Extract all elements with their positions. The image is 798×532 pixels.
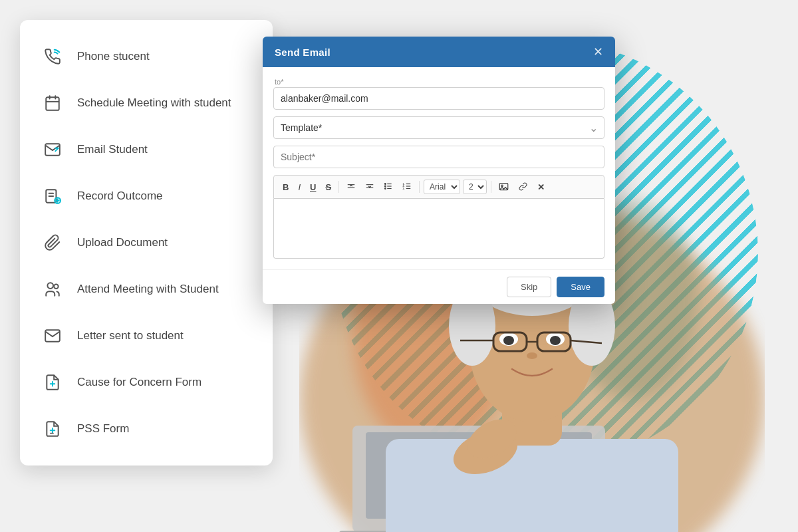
svg-rect-26 [46,97,59,110]
toolbar-divider-2 [419,181,420,193]
email-body-editor[interactable] [273,199,604,259]
font-size-select[interactable]: 2 [463,180,487,194]
editor-toolbar: B I U S 1.2.3. Arial [273,175,604,199]
sidebar-item-letter-sent[interactable]: Letter sent to student [20,313,273,359]
sidebar-item-schedule-meeting[interactable]: Schedule Meeting with student [20,80,273,126]
svg-point-52 [385,188,386,190]
modal-close-button[interactable]: ✕ [593,46,603,58]
sidebar-item-concern-form[interactable]: Cause for Concern Form [20,359,273,406]
subject-field-group [273,146,604,168]
svg-text:3.: 3. [403,188,405,190]
group-icon [39,275,66,303]
doc-plus2-icon [39,415,66,443]
sidebar-label-concern-form: Cause for Concern Form [77,376,201,389]
modal-footer: Skip Save [263,269,615,304]
svg-point-17 [550,336,561,345]
bold-button[interactable]: B [279,181,292,194]
record-icon [39,182,66,210]
sidebar-item-phone-student[interactable]: Phone stucent [20,33,273,80]
email-forward-icon [39,136,66,164]
modal-body: to* Template* B I U S [263,67,615,269]
doc-plus-icon [39,368,66,396]
paperclip-icon [39,229,66,257]
sidebar-card: Phone stucent Schedule Meeting with stud… [20,20,273,466]
sidebar-item-email-student[interactable]: Email Student [20,126,273,173]
modal-header: Send Email ✕ [263,37,615,67]
font-family-select[interactable]: Arial [424,180,460,194]
sidebar-label-phone-student: Phone stucent [77,50,150,63]
svg-point-60 [501,185,503,187]
calendar-icon [39,89,66,117]
to-input[interactable] [273,87,604,110]
skip-button[interactable]: Skip [507,277,551,297]
to-label: to* [273,78,604,86]
sidebar-label-record-outcome: Record Outcome [77,190,163,203]
toolbar-divider-1 [338,181,339,193]
modal-title: Send Email [275,47,331,58]
save-button[interactable]: Save [557,277,604,297]
svg-point-36 [47,283,53,289]
sidebar-item-upload-document[interactable]: Upload Document [20,219,273,266]
sidebar-label-letter-sent: Letter sent to student [77,329,184,342]
svg-point-51 [385,186,386,187]
svg-point-16 [503,336,514,345]
template-field-group: Template* [273,116,604,139]
phone-icon [39,43,66,70]
sidebar-label-attend-meeting: Attend Meeting with Student [77,283,219,296]
sidebar-label-schedule-meeting: Schedule Meeting with student [77,96,231,110]
bullet-list-button[interactable] [380,180,396,194]
send-email-modal: Send Email ✕ to* Template* B [263,37,615,304]
envelope-icon [39,322,66,350]
sidebar-item-record-outcome[interactable]: Record Outcome [20,173,273,219]
strikethrough-button[interactable]: S [322,181,334,194]
sidebar-item-pss-form[interactable]: PSS Form [20,406,273,452]
subject-input[interactable] [273,146,604,168]
to-field-group: to* [273,78,604,110]
sidebar-label-pss-form: PSS Form [77,422,129,436]
insert-image-button[interactable] [495,180,512,194]
template-select-wrapper: Template* [273,116,604,139]
sidebar-label-upload-document: Upload Document [77,236,168,249]
svg-point-37 [54,284,59,289]
insert-link-button[interactable] [515,180,531,194]
toolbar-divider-3 [491,181,491,193]
italic-button[interactable]: I [295,181,304,194]
svg-rect-7 [386,439,678,532]
outdent-button[interactable] [362,180,378,194]
sidebar-label-email-student: Email Student [77,143,148,156]
template-select[interactable]: Template* [273,116,604,139]
remove-format-button[interactable]: ✕ [534,181,548,194]
svg-point-23 [527,352,537,359]
sidebar-item-attend-meeting[interactable]: Attend Meeting with Student [20,266,273,313]
svg-point-50 [385,184,386,185]
underline-button[interactable]: U [307,181,319,194]
indent-button[interactable] [343,180,359,194]
ordered-list-button[interactable]: 1.2.3. [399,180,415,194]
